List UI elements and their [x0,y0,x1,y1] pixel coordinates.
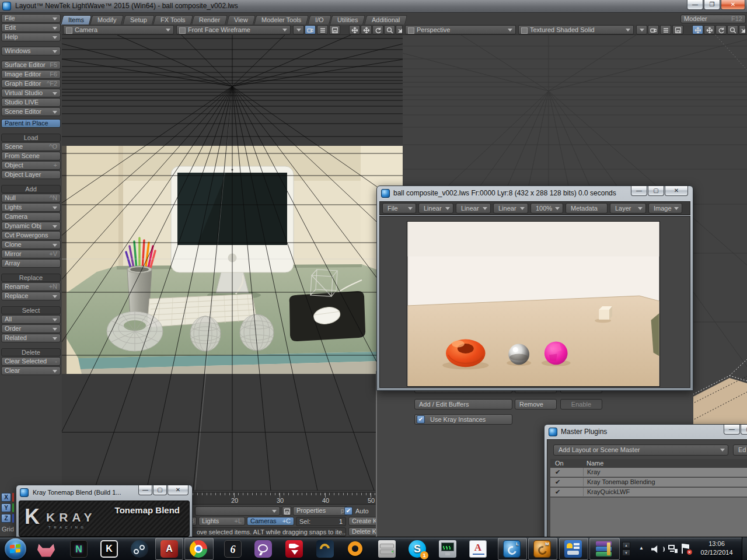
render-minimize-button[interactable]: — [631,186,647,196]
sidebar-item-object[interactable]: Object+ [1,161,61,170]
taskbar-icon-control-panel[interactable] [564,540,582,558]
volume-icon[interactable] [651,545,660,553]
clock[interactable]: 13:06 02/12/2014 [693,540,740,557]
sidebar-item-scene-editor[interactable]: Scene Editor [1,107,61,116]
sidebar-item-virtual-studio[interactable]: Virtual Studio [1,89,61,97]
sidebar-item-parent-in-place[interactable]: Parent in Place [1,119,61,128]
taskbar-icon-wordpad[interactable]: A [469,540,487,558]
plugin-row-krayquicklwf[interactable]: KrayQuickLWF [550,488,747,497]
plugin-row-kray-tonemap[interactable]: Kray Tonemap Blending [550,478,747,487]
taskbar-icon-lightwave-modeler[interactable]: M [533,540,551,558]
sidebar-item-rename[interactable]: Rename+N [1,282,61,291]
left-list-icon[interactable] [317,25,328,34]
plugin-enabled-check[interactable] [555,488,560,496]
render-menu-layer[interactable]: Layer [610,203,646,214]
menu-edit[interactable]: Edit [1,23,61,32]
tab-fx-tools[interactable]: FX Tools [153,15,193,25]
left-maximize-viewport-icon[interactable] [396,25,403,34]
taskbar-icon-skype[interactable]: S 1 [409,540,426,558]
right-pan-icon[interactable] [704,25,715,34]
sidebar-item-order[interactable]: Order [1,324,61,333]
menu-windows[interactable]: Windows [1,47,61,55]
taskbar-icon-viber[interactable] [254,540,272,558]
action-center-flag-icon[interactable]: ✕ [682,544,691,554]
render-maximize-button[interactable]: ▢ [648,186,664,196]
left-zoom-icon[interactable] [384,25,395,34]
main-titlebar[interactable]: Layout™ NewTek LightWave™ 2015 (Win64) -… [0,0,747,13]
right-list-icon[interactable] [660,25,671,34]
tab-setup[interactable]: Setup [123,15,155,25]
taskbar-icon-winrar[interactable] [595,540,613,558]
taskbar-icon-lightwave-layout[interactable]: L [503,540,521,558]
master-plugins-maximize[interactable]: ▢ [741,425,747,435]
right-rotate-icon[interactable] [715,25,727,34]
render-menu-image[interactable]: Image [648,203,682,214]
sidebar-item-from-scene[interactable]: From Scene [1,152,61,160]
taskbar-icon-autocad[interactable]: A [160,540,178,558]
taskbar-icon-fox[interactable] [37,540,55,558]
taskbar-icon-drive[interactable] [378,540,396,558]
tray-scroll-up[interactable]: ▲ [622,542,630,548]
taskbar-icon-artlantis[interactable] [316,540,334,558]
auto-key-checkbox[interactable] [344,507,352,515]
sidebar-item-studio-live[interactable]: Studio LIVE [1,98,61,107]
right-save-icon[interactable] [672,25,683,34]
left-view-type-dropdown[interactable]: Camera [63,25,174,34]
show-hidden-icons-button[interactable]: ▲ [637,545,645,552]
taskbar-icon-system-monitor[interactable] [439,540,456,558]
tab-modeler-tools[interactable]: Modeler Tools [254,15,309,25]
properties-button[interactable]: Propertiesp [293,506,348,516]
right-center-icon[interactable] [692,25,703,34]
master-plugins-window[interactable]: Master Plugins — ▢ Add Layout or Scene M… [544,424,747,541]
taskbar-icon-video-downloader[interactable] [285,540,303,558]
render-menu-linear-3[interactable]: Linear [493,203,528,214]
add-edit-buffers-button[interactable]: Add / Edit Buffers [414,399,512,410]
sidebar-item-mirror[interactable]: Mirror+V [1,250,61,258]
close-button[interactable]: ✕ [721,0,745,10]
tab-io[interactable]: I/O [308,15,331,25]
lights-button[interactable]: Lights+L [198,517,245,526]
right-viewport-menu-arrow[interactable] [636,25,647,34]
tab-view[interactable]: View [226,15,256,25]
master-plugins-minimize[interactable]: — [724,425,740,435]
sidebar-item-all[interactable]: All [1,315,61,324]
sidebar-item-scene[interactable]: Scene^O [1,142,61,151]
sidebar-item-lights[interactable]: Lights [1,203,61,212]
taskbar-icon-orange-ring[interactable] [347,540,364,558]
tab-render[interactable]: Render [191,15,228,25]
sidebar-item-image-editor[interactable]: Image EditorF6 [1,70,61,79]
taskbar-icon-chrome[interactable] [190,540,207,558]
render-menu-linear-2[interactable]: Linear [456,203,491,214]
tab-utilities[interactable]: Utilities [330,15,366,25]
tonemap-minimize[interactable]: — [138,485,152,495]
render-menu-linear-1[interactable]: Linear [418,203,453,214]
left-save-icon[interactable] [329,25,340,34]
sidebar-item-surface-editor[interactable]: Surface EditorF5 [1,61,61,69]
menu-file[interactable]: File [1,14,61,23]
plugin-enabled-check[interactable] [555,478,560,487]
left-center-icon[interactable] [349,25,360,34]
sidebar-item-clone[interactable]: Clone [1,240,61,249]
rendered-image[interactable] [407,221,660,387]
start-button[interactable] [5,538,26,559]
sidebar-item-related[interactable]: Related [1,334,61,342]
left-viewport-menu-arrow[interactable] [293,25,304,34]
left-render-mode-dropdown[interactable]: Front Face Wireframe [176,25,291,34]
plugin-row-kray[interactable]: Kray [550,468,747,477]
sidebar-item-dynamic-obj[interactable]: Dynamic Obj [1,222,61,230]
left-camera-icon[interactable] [305,25,316,34]
use-kray-instances-row[interactable]: Use Kray Instances [414,414,512,425]
restore-button[interactable]: ❐ [704,0,720,10]
render-menu-metadata[interactable]: Metadata [566,203,608,214]
sidebar-item-clear[interactable]: Clear [1,366,61,375]
remove-buffer-button[interactable]: Remove [515,399,557,410]
sidebar-item-object-layer[interactable]: Object Layer [1,170,61,179]
tab-items[interactable]: Items [61,15,92,25]
tab-additional[interactable]: Additional [364,15,408,25]
network-icon[interactable] [668,545,678,553]
menu-help[interactable]: Help [1,33,61,41]
left-pan-icon[interactable] [361,25,372,34]
edit-master-button[interactable]: Ed [733,444,747,456]
plugin-enabled-check[interactable] [555,468,560,477]
axis-x-button[interactable]: X [1,493,11,502]
